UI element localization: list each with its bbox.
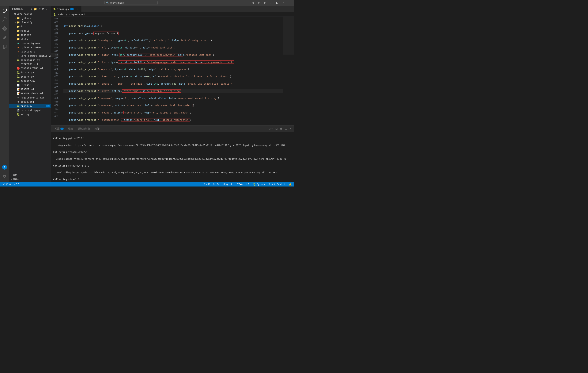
tab-close-icon[interactable]: ✕ xyxy=(76,7,79,11)
tree-item-hubconf[interactable]: 🐍 hubconf.py xyxy=(9,79,51,83)
setup-label: setup.cfg xyxy=(21,100,51,103)
notification-icon[interactable]: 🔔 xyxy=(288,182,293,186)
tree-item-requirements[interactable]: ≡ requirements.txt xyxy=(9,95,51,100)
bell-icon: 🔔 xyxy=(289,183,292,186)
new-file-icon[interactable]: + xyxy=(30,7,32,11)
user-avatar[interactable]: A xyxy=(2,165,7,170)
git-status-text: ⓪ 0 xyxy=(6,183,11,186)
tree-root[interactable]: ▾ YOLOV5-MASTER xyxy=(9,12,51,16)
panel-tab-problems[interactable]: 问题 7 xyxy=(52,125,66,132)
term-line-5: Collecting smmap<6,>=3.0.1 xyxy=(53,164,292,167)
tab-py-icon: 🐍 xyxy=(53,8,56,10)
search-activity-icon[interactable] xyxy=(0,15,9,24)
panel-tab-debug[interactable]: 调试控制台 xyxy=(75,125,92,132)
panel-icon[interactable]: ⊞ xyxy=(262,0,268,5)
tree-item-citation[interactable]: ! CITATION.cff xyxy=(9,62,51,66)
kill-terminal-icon[interactable]: 🗑 xyxy=(279,127,283,131)
data-label: data xyxy=(21,25,51,28)
layout-icon[interactable]: ⊟ xyxy=(256,0,262,5)
python-version[interactable]: 3.9.6 64-bit xyxy=(268,182,286,186)
utils-label: utils xyxy=(21,38,51,41)
code-line-450: parser.add_argument('--noautoanchor', ac… xyxy=(63,118,283,122)
collapse-icon[interactable]: ⊟ xyxy=(42,7,45,11)
run-debug-activity-icon[interactable] xyxy=(0,33,9,42)
tree-item-segment[interactable]: ▸ 📁 segment xyxy=(9,33,51,37)
git-activity-icon[interactable] xyxy=(0,24,9,33)
tree-item-readme[interactable]: 📝 README.md xyxy=(9,87,51,91)
tree-item-contributing[interactable]: 🔴 CONTRIBUTING.md xyxy=(9,66,51,70)
tree-item-readme-cn[interactable]: 📝 README.zh-CN.md xyxy=(9,91,51,95)
detect-icon: 🐍 xyxy=(17,71,20,74)
tree-item-setup[interactable]: ⚙ setup.cfg xyxy=(9,100,51,104)
more-icon[interactable]: ··· xyxy=(269,0,274,5)
tree-item-utils[interactable]: ▸ 📁 utils xyxy=(9,37,51,41)
indent-status[interactable]: 空格: 4 xyxy=(223,182,233,186)
cursor-position[interactable]: 行 446, 列 84 xyxy=(202,182,220,186)
code-line-443: parser.add_argument('--epochs', type=int… xyxy=(63,67,283,71)
dockerignore-label: .dockerignore xyxy=(21,42,51,45)
sidebar-bottom: ▸ 大纲 ▸ 时间线 xyxy=(9,172,51,182)
tree-item-gitattributes[interactable]: ◆ .gitattributes xyxy=(9,45,51,49)
account-icon[interactable]: A xyxy=(0,163,9,172)
term-line-6: Downloading https://mirrors.bfsu.edu.cn/… xyxy=(53,171,292,174)
tree-item-models[interactable]: ▸ 📁 models xyxy=(9,29,51,33)
language-text: Python xyxy=(257,183,265,186)
classify-expand-icon: ▸ xyxy=(14,21,17,24)
panel-tab-terminal[interactable]: 终端 xyxy=(92,125,102,132)
tree-item-gitignore[interactable]: ◇ .gitignore xyxy=(9,49,51,54)
outline-section[interactable]: ▸ 大纲 xyxy=(9,173,51,177)
forward-button[interactable]: → xyxy=(7,0,12,5)
requirements-label: requirements.txt xyxy=(21,96,51,99)
utils-folder-icon: 📁 xyxy=(17,37,20,41)
split-editor-icon[interactable]: ⧉ xyxy=(250,0,256,5)
new-folder-icon[interactable]: 📁 xyxy=(33,7,37,11)
new-terminal-icon[interactable]: + xyxy=(264,127,267,131)
breadcrumb-file[interactable]: 🐍train.py xyxy=(53,13,68,16)
customize-icon[interactable]: ⋯ xyxy=(287,0,292,5)
tree-item-classify[interactable]: ▸ 📁 classify xyxy=(9,20,51,24)
search-bar[interactable]: 🔍 xyxy=(105,1,158,5)
benchmarks-label: benchmarks.py xyxy=(21,59,51,61)
tree-item-data[interactable]: ▸ 📁 data xyxy=(9,24,51,29)
tree-item-val[interactable]: 🐍 val.py xyxy=(9,112,51,116)
back-button[interactable]: ← xyxy=(2,0,6,5)
tree-item-license[interactable]: 📄 LICENSE xyxy=(9,83,51,87)
minimap-viewport xyxy=(283,17,294,55)
breadcrumb-function[interactable]: ⊡parse_opt xyxy=(71,13,85,16)
nav-buttons: ← → xyxy=(2,0,12,5)
tree-item-detect[interactable]: 🐍 detect.py xyxy=(9,70,51,75)
language-status[interactable]: 🐍 Python xyxy=(252,182,265,186)
eol-status[interactable]: LF xyxy=(246,182,250,186)
timeline-section[interactable]: ▸ 时间线 xyxy=(9,177,51,182)
settings-icon[interactable] xyxy=(0,172,9,181)
code-content[interactable]: def parse_opt(known=False): parser = arg… xyxy=(60,17,283,125)
terminal-output[interactable]: Collecting pytz>=2020.1 Using cached htt… xyxy=(51,132,294,182)
tree-item-benchmarks[interactable]: 🐍 benchmarks.py xyxy=(9,58,51,62)
tree-item-precommit[interactable]: ! .pre-commit-config.yaml xyxy=(9,54,51,58)
extensions-activity-icon[interactable] xyxy=(0,42,9,51)
panel-tab-output[interactable]: 输出 xyxy=(66,125,75,132)
encoding-status[interactable]: UTF-8 xyxy=(235,182,243,186)
tree-item-github[interactable]: ▸ 📁 .github xyxy=(9,16,51,20)
code-line-447: parser.add_argument('--resume', nargs='?… xyxy=(63,96,283,100)
term-line-2: Using cached https://mirrors.bfsu.edu.cn… xyxy=(53,143,292,147)
more-sidebar-icon[interactable]: ··· xyxy=(46,7,49,11)
requirements-icon: ≡ xyxy=(17,96,20,99)
tutorial-label: tutorial.ipynb xyxy=(21,109,51,112)
split-terminal-icon[interactable]: ⊟ xyxy=(275,127,278,131)
tree-item-dockerignore[interactable]: ◆ .dockerignore xyxy=(9,41,51,45)
close-panel-icon[interactable]: ✕ xyxy=(289,127,293,131)
maximize-panel-icon[interactable]: ⬡ xyxy=(284,127,288,131)
tree-item-tutorial[interactable]: 📓 tutorial.ipynb xyxy=(9,108,51,112)
search-input[interactable] xyxy=(110,1,156,4)
run-icon[interactable]: ▶ xyxy=(275,0,280,5)
refresh-icon[interactable]: ↺ xyxy=(38,7,41,11)
tab-train-py[interactable]: 🐍 train.py 7 ✕ xyxy=(51,6,82,12)
tree-item-train[interactable]: 🐍 train.py 7 xyxy=(9,104,51,108)
git-status[interactable]: ⎇ ⓪ 0 xyxy=(1,182,11,186)
explorer-activity-icon[interactable] xyxy=(0,6,9,15)
debug-icon[interactable]: ⊟ xyxy=(281,0,286,5)
code-line-442: parser.add_argument('--hyp', type=str, d… xyxy=(63,60,283,64)
tree-item-export[interactable]: 🐍 export.py xyxy=(9,75,51,79)
error-status[interactable]: ⚠ 0 7 xyxy=(13,182,20,186)
